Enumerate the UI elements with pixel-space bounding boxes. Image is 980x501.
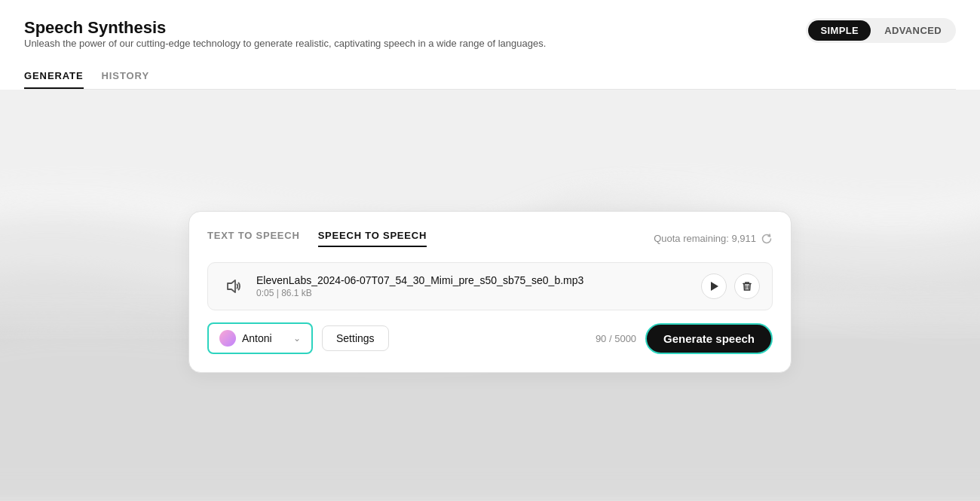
main-content: TEXT TO SPEECH SPEECH TO SPEECH Quota re… xyxy=(0,83,980,501)
audio-duration: 0:05 xyxy=(256,288,274,298)
audio-volume-icon xyxy=(220,273,246,299)
title-group: Speech Synthesis Unleash the power of ou… xyxy=(24,18,546,61)
simple-mode-button[interactable]: SIMPLE xyxy=(808,20,871,41)
card-tab-text-to-speech[interactable]: TEXT TO SPEECH xyxy=(207,230,300,247)
svg-marker-2 xyxy=(711,282,718,291)
quota-label: Quota remaining: 9,911 xyxy=(654,233,756,244)
tab-history[interactable]: HISTORY xyxy=(102,64,149,89)
play-button[interactable] xyxy=(701,273,727,299)
header-top: Speech Synthesis Unleash the power of ou… xyxy=(24,18,956,61)
card-tab-speech-to-speech[interactable]: SPEECH TO SPEECH xyxy=(318,230,427,247)
card-tabs: TEXT TO SPEECH SPEECH TO SPEECH Quota re… xyxy=(207,230,773,247)
mode-toggle: SIMPLE ADVANCED xyxy=(806,18,956,43)
audio-controls xyxy=(701,273,760,299)
char-count: 90 / 5000 xyxy=(596,333,636,344)
app-title: Speech Synthesis xyxy=(24,18,546,38)
card: TEXT TO SPEECH SPEECH TO SPEECH Quota re… xyxy=(188,211,792,373)
settings-button[interactable]: Settings xyxy=(322,325,389,351)
tab-generate[interactable]: GENERATE xyxy=(24,64,84,89)
app-subtitle: Unleash the power of our cutting-edge te… xyxy=(24,38,546,49)
delete-button[interactable] xyxy=(734,273,760,299)
audio-size: 86.1 kB xyxy=(281,288,312,298)
audio-meta: 0:05 | 86.1 kB xyxy=(256,288,691,298)
generate-speech-button[interactable]: Generate speech xyxy=(645,323,773,354)
quota-info: Quota remaining: 9,911 xyxy=(654,230,773,247)
voice-name: Antoni xyxy=(242,332,287,344)
advanced-mode-button[interactable]: ADVANCED xyxy=(872,20,954,41)
svg-marker-1 xyxy=(228,280,235,292)
chevron-down-icon: ⌄ xyxy=(293,333,301,344)
voice-avatar xyxy=(219,330,236,347)
voice-selector[interactable]: Antoni ⌄ xyxy=(207,322,313,354)
bottom-row: Antoni ⌄ Settings 90 / 5000 Generate spe… xyxy=(207,322,773,354)
header: Speech Synthesis Unleash the power of ou… xyxy=(0,0,980,90)
nav-tabs: GENERATE HISTORY xyxy=(24,64,956,90)
refresh-icon xyxy=(761,233,773,245)
play-icon xyxy=(709,281,719,292)
trash-icon xyxy=(742,281,752,292)
audio-row: ElevenLabs_2024-06-07T07_54_30_Mimi_pre_… xyxy=(207,262,773,310)
audio-filename: ElevenLabs_2024-06-07T07_54_30_Mimi_pre_… xyxy=(256,274,691,286)
audio-info: ElevenLabs_2024-06-07T07_54_30_Mimi_pre_… xyxy=(256,274,691,298)
